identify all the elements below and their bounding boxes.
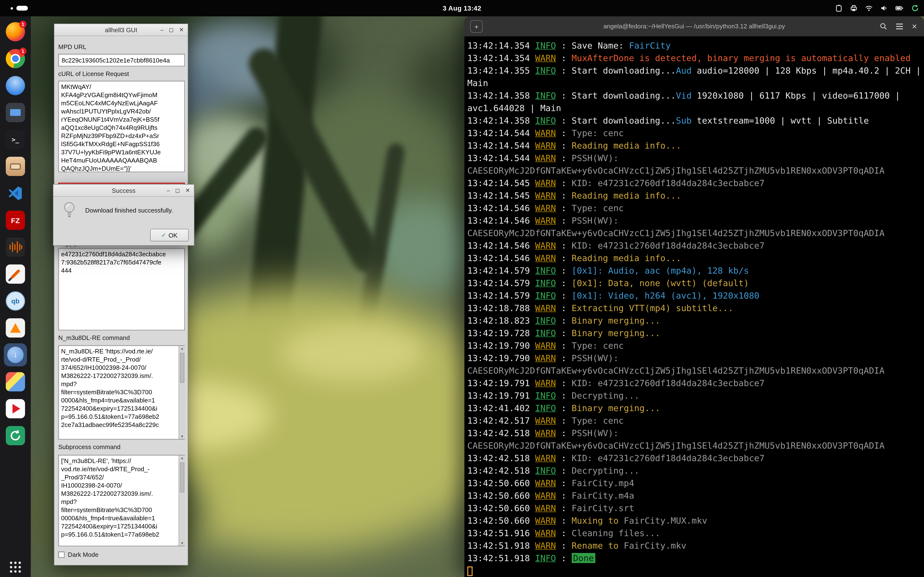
terminal-line: 13:42:51.918 WARN : Rename to FairCity.m… bbox=[467, 540, 921, 552]
terminal-line: 13:42:19.790 WARN : PSSH(WV): CAESEORyMc… bbox=[467, 352, 921, 377]
close-icon[interactable]: ✕ bbox=[185, 187, 190, 193]
app-grid-dot bbox=[19, 566, 21, 568]
software-updater-icon bbox=[6, 426, 25, 445]
terminal-headerbar: + angela@fedora:~/HellYesGui — /usr/bin/… bbox=[464, 16, 924, 37]
window-controls: – ◻ ✕ bbox=[160, 24, 184, 35]
dock-item-web-browser[interactable] bbox=[4, 74, 27, 97]
keys-textarea[interactable]: e47231c2760df18d4da284c3ecbabce 7:9362b5… bbox=[58, 248, 185, 330]
dialog-title: Success bbox=[112, 187, 136, 194]
dock-items: 11>_FZqb↓ bbox=[0, 16, 31, 447]
videos-app-icon bbox=[6, 399, 25, 418]
maximize-icon[interactable]: ◻ bbox=[169, 27, 174, 33]
scrollbar[interactable]: ▲ ▼ bbox=[179, 455, 185, 546]
dock-item-text-editor[interactable] bbox=[4, 263, 27, 285]
scroll-down-icon[interactable]: ▼ bbox=[179, 542, 185, 545]
curl-label: cURL of License Request bbox=[58, 70, 129, 77]
top-bar: 3 Aug 13:42 bbox=[0, 0, 924, 16]
terminal-app-icon: >_ bbox=[6, 130, 25, 149]
scroll-down-icon[interactable]: ▼ bbox=[179, 435, 185, 438]
app-grid-button[interactable] bbox=[10, 562, 21, 573]
terminal-line: 13:42:18.823 INFO : Binary merging... bbox=[467, 314, 921, 327]
scroll-up-icon[interactable]: ▲ bbox=[179, 347, 185, 350]
terminal-header-actions: ✕ bbox=[880, 16, 917, 37]
curl-textarea[interactable]: MKtWqAY/ KFA4gPzVGAEgm8i4tQYwFjimoM m5CE… bbox=[58, 81, 185, 172]
terminal-line: 13:42:14.546 WARN : Type: cenc bbox=[467, 202, 921, 214]
search-icon[interactable] bbox=[880, 23, 888, 30]
terminal-line: 13:42:14.579 INFO : [0x1]: Data, none (w… bbox=[467, 277, 921, 290]
subprocess-textarea[interactable]: ['N_m3u8DL-RE', 'https:// vod.rte.ie/rte… bbox=[58, 455, 185, 546]
terminal-line: 13:42:19.791 INFO : Decrypting... bbox=[467, 390, 921, 402]
terminal-window[interactable]: + angela@fedora:~/HellYesGui — /usr/bin/… bbox=[464, 16, 924, 577]
subprocess-label: Subprocess command bbox=[58, 443, 121, 451]
minimize-icon[interactable]: – bbox=[160, 27, 164, 33]
terminal-output[interactable]: 13:42:14.354 INFO : Save Name: FairCity1… bbox=[464, 37, 924, 577]
terminal-line: 13:42:14.546 WARN : PSSH(WV): CAESEORyMc… bbox=[467, 214, 921, 239]
clipboard-icon[interactable] bbox=[835, 4, 843, 12]
dark-mode-label: Dark Mode bbox=[68, 551, 99, 558]
scroll-thumb[interactable] bbox=[180, 353, 184, 383]
close-icon[interactable]: ✕ bbox=[912, 23, 917, 30]
battery-icon[interactable] bbox=[895, 4, 904, 12]
minimize-icon[interactable]: – bbox=[167, 187, 170, 193]
dock-item-filezilla[interactable]: FZ bbox=[4, 209, 27, 232]
wallpaper-shape bbox=[281, 324, 425, 382]
desktop: 3 Aug 13:42 11>_FZqb↓ + angela@fedora:~/… bbox=[0, 0, 924, 577]
close-icon[interactable]: ✕ bbox=[179, 27, 184, 33]
allhell3-titlebar[interactable]: allhell3 GUI – ◻ ✕ bbox=[54, 24, 188, 36]
ok-button[interactable]: ✓ OK bbox=[150, 229, 189, 242]
dock-item-allhell3-app[interactable]: ↓ bbox=[4, 343, 27, 366]
terminal-cursor bbox=[467, 566, 473, 576]
maximize-icon[interactable]: ◻ bbox=[175, 187, 180, 193]
terminal-line: 13:42:50.660 WARN : Muxing to FairCity.M… bbox=[467, 514, 921, 527]
allhell3-window[interactable]: allhell3 GUI – ◻ ✕ MPD URL cURL of Licen… bbox=[54, 24, 188, 566]
terminal-line: 13:42:14.545 WARN : Reading media info..… bbox=[467, 189, 921, 202]
terminal-line: 13:42:42.517 WARN : Type: cenc bbox=[467, 414, 921, 427]
vscode-icon bbox=[6, 184, 25, 203]
wifi-icon[interactable] bbox=[865, 4, 873, 12]
new-tab-button[interactable]: + bbox=[470, 20, 483, 33]
terminal-line: 13:42:51.918 INFO : Done bbox=[467, 552, 921, 564]
workspace-indicator[interactable] bbox=[11, 0, 28, 16]
mpd-url-input[interactable] bbox=[58, 54, 185, 66]
terminal-cursor-line bbox=[467, 564, 921, 577]
dock-item-chrome[interactable]: 1 bbox=[4, 47, 27, 70]
dock-item-qbittorrent[interactable]: qb bbox=[4, 290, 27, 313]
dark-mode-checkbox[interactable] bbox=[58, 551, 65, 558]
workspace-pill-icon bbox=[16, 6, 28, 11]
notification-badge: 1 bbox=[19, 21, 26, 28]
terminal-line: 13:42:18.788 WARN : Extracting VTT(mp4) … bbox=[467, 302, 921, 314]
app-grid-dot bbox=[19, 570, 21, 573]
vlc-icon bbox=[6, 318, 25, 338]
dock-item-vlc[interactable] bbox=[4, 316, 27, 340]
qbittorrent-icon: qb bbox=[6, 292, 25, 311]
mpd-url-label: MPD URL bbox=[58, 43, 86, 50]
success-dialog[interactable]: Success – ◻ ✕ Download finished successf… bbox=[53, 184, 194, 246]
clock[interactable]: 3 Aug 13:42 bbox=[443, 4, 481, 12]
dock-item-firefox[interactable]: 1 bbox=[4, 20, 27, 43]
dock-item-videos-app[interactable] bbox=[4, 397, 27, 420]
system-tray[interactable] bbox=[835, 0, 919, 16]
dock-item-terminal-app[interactable]: >_ bbox=[4, 128, 27, 151]
terminal-title: angela@fedora:~/HellYesGui — /usr/bin/py… bbox=[604, 23, 785, 30]
dock-item-software-updater[interactable] bbox=[4, 424, 27, 447]
printer-icon[interactable] bbox=[850, 4, 858, 12]
dock-item-photos-app[interactable] bbox=[4, 370, 27, 393]
dock-item-vscode[interactable] bbox=[4, 182, 27, 205]
ok-label: OK bbox=[168, 232, 178, 239]
terminal-line: 13:42:19.790 WARN : Type: cenc bbox=[467, 340, 921, 352]
n-m3u8dl-textarea[interactable]: N_m3u8DL-RE 'https://vod.rte.ie/ rte/vod… bbox=[58, 345, 185, 440]
dock-item-remote-viewer[interactable] bbox=[4, 101, 27, 124]
scrollbar[interactable]: ▲ ▼ bbox=[179, 346, 185, 439]
menu-icon[interactable] bbox=[897, 24, 903, 29]
dialog-titlebar[interactable]: Success – ◻ ✕ bbox=[53, 185, 194, 197]
remote-viewer-icon bbox=[6, 103, 25, 122]
scroll-thumb[interactable] bbox=[180, 463, 184, 492]
updates-icon[interactable] bbox=[911, 4, 919, 12]
scroll-up-icon[interactable]: ▲ bbox=[179, 456, 185, 460]
dialog-message: Download finished successfully. bbox=[85, 207, 173, 214]
dock-item-toolbox[interactable] bbox=[4, 155, 27, 178]
terminal-line: 13:42:41.402 INFO : Binary merging... bbox=[467, 402, 921, 414]
filezilla-icon: FZ bbox=[6, 211, 25, 230]
dock-item-audio-editor[interactable] bbox=[4, 235, 27, 259]
volume-icon[interactable] bbox=[880, 4, 888, 12]
